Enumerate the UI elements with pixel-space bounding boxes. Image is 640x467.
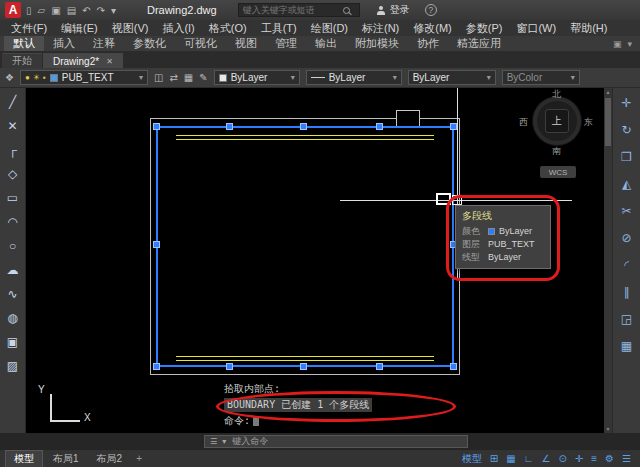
file-tab-drawing2[interactable]: Drawing2* ✕ (43, 53, 123, 68)
grip[interactable] (450, 363, 457, 370)
grip[interactable] (226, 123, 233, 130)
chevron-down-icon[interactable]: ▾ (291, 73, 295, 82)
menu-item[interactable]: 视图(V) (105, 21, 156, 36)
ribbon-tab[interactable]: 视图 (226, 36, 266, 51)
ortho-mode-toggle[interactable]: ∟ (524, 453, 534, 464)
trim-tool-icon[interactable]: ✂ (617, 201, 637, 221)
ribbon-tab[interactable]: 管理 (266, 36, 306, 51)
new-file-icon[interactable]: ▯ (26, 5, 32, 16)
dynamic-input-toggle[interactable]: ✛ (575, 453, 583, 464)
menu-item[interactable]: 帮助(H) (563, 21, 614, 36)
lineweight-dropdown[interactable]: ByLayer ▾ (408, 70, 496, 85)
menu-item[interactable]: 标注(N) (355, 21, 406, 36)
menu-item[interactable]: 格式(O) (202, 21, 254, 36)
layers-panel-icon[interactable]: ❖ (5, 72, 14, 83)
menu-item[interactable]: 窗口(W) (509, 21, 563, 36)
menu-item[interactable]: 绘图(D) (304, 21, 355, 36)
chevron-down-icon[interactable]: ▾ (139, 73, 143, 82)
ribbon-tab[interactable]: 注释 (84, 36, 124, 51)
layer-lock-icon[interactable]: ▪ (43, 74, 46, 82)
qat-dropdown-icon[interactable]: ▾ (111, 5, 116, 16)
ribbon-tab[interactable]: 默认 (4, 36, 44, 51)
rotate-tool-icon[interactable]: ↻ (617, 120, 637, 140)
layer-dropdown[interactable]: ●☀▪ PUB_TEXT ▾ (20, 70, 148, 85)
circle-tool-icon[interactable]: ○ (3, 236, 23, 256)
lineweight-display-toggle[interactable]: ≡ (591, 453, 597, 464)
construction-line-tool-icon[interactable]: ✕ (3, 116, 23, 136)
selected-polyline-boundary[interactable] (156, 126, 454, 367)
help-icon[interactable]: ? (425, 4, 437, 16)
viewcube-south-label[interactable]: 南 (552, 145, 561, 158)
grip[interactable] (376, 123, 383, 130)
menu-item[interactable]: 文件(F) (4, 21, 54, 36)
vertical-scrollbar[interactable]: ▲ ▼ (604, 88, 612, 433)
plot-style-dropdown[interactable]: ByColor ▾ (502, 70, 580, 85)
grip[interactable] (376, 363, 383, 370)
snap-mode-toggle[interactable]: ▦ (506, 453, 515, 464)
rectangle-tool-icon[interactable]: ▭ (3, 188, 23, 208)
wcs-menu[interactable]: WCS (540, 166, 576, 178)
polyline-tool-icon[interactable]: ┌ (3, 140, 23, 160)
viewcube-west-label[interactable]: 西 (519, 116, 528, 129)
command-customize-icon[interactable]: ▾ (222, 437, 226, 446)
ribbon-tab[interactable]: 插入 (44, 36, 84, 51)
polar-tracking-toggle[interactable]: ∠ (541, 453, 550, 464)
drawing-canvas[interactable]: 多段线 颜色 ByLayer 图层 PUB_TEXT 线型 ByLayer 上 … (26, 88, 604, 433)
search-input[interactable] (243, 5, 339, 15)
grip[interactable] (153, 363, 160, 370)
scroll-up-icon[interactable]: ▲ (604, 89, 612, 95)
make-current-icon[interactable]: ✎ (199, 72, 207, 83)
array-tool-icon[interactable]: ▦ (617, 336, 637, 356)
arc-tool-icon[interactable]: ◠ (3, 212, 23, 232)
insert-block-tool-icon[interactable]: ▣ (3, 332, 23, 352)
menu-item[interactable]: 参数(P) (459, 21, 510, 36)
ribbon-state-icon[interactable]: ▣ (613, 39, 622, 49)
app-logo[interactable]: A (5, 2, 21, 18)
print-icon[interactable]: ▤ (67, 5, 76, 16)
scale-tool-icon[interactable]: ◲ (617, 309, 637, 329)
chevron-down-icon[interactable]: ▾ (393, 73, 397, 82)
layer-isolate-icon[interactable]: ▦ (184, 72, 193, 83)
file-tab-start[interactable]: 开始 (2, 53, 42, 68)
search-icon[interactable] (343, 7, 350, 14)
ribbon-tab[interactable]: 可视化 (175, 36, 226, 51)
chevron-down-icon[interactable]: ▾ (487, 73, 491, 82)
revision-cloud-tool-icon[interactable]: ☁ (3, 260, 23, 280)
erase-tool-icon[interactable]: ⊘ (617, 228, 637, 248)
model-space-toggle[interactable]: 模型 (462, 452, 482, 466)
command-input-bar[interactable]: ☰▾ 键入命令 (204, 435, 468, 448)
layout-tab[interactable]: 布局1 (45, 451, 87, 467)
move-tool-icon[interactable]: ✛ (617, 93, 637, 113)
menu-item[interactable]: 修改(M) (406, 21, 459, 36)
fillet-tool-icon[interactable]: ◜ (617, 255, 637, 275)
undo-icon[interactable]: ↶ (82, 5, 90, 16)
layer-on-bulb-icon[interactable]: ● (25, 74, 30, 82)
menu-item[interactable]: 工具(T) (254, 21, 304, 36)
copy-tool-icon[interactable]: ❐ (617, 147, 637, 167)
workspace-switching-menu[interactable]: ⚙ (605, 453, 614, 464)
layer-states-icon[interactable]: ◫ (154, 72, 163, 83)
linetype-dropdown[interactable]: ByLayer ▾ (306, 70, 402, 85)
ribbon-tab[interactable]: 输出 (306, 36, 346, 51)
layout-tab[interactable]: 模型 (5, 450, 43, 467)
ribbon-tab[interactable]: 精选应用 (448, 36, 510, 51)
ribbon-tab[interactable]: 参数化 (124, 36, 175, 51)
spline-tool-icon[interactable]: ∿ (3, 284, 23, 304)
mirror-tool-icon[interactable]: ◭ (617, 174, 637, 194)
ribbon-collapse-icon[interactable]: ▾ (627, 39, 632, 49)
menu-item[interactable]: 编辑(E) (54, 21, 105, 36)
line-tool-icon[interactable]: ╱ (3, 92, 23, 112)
grip[interactable] (153, 123, 160, 130)
layer-match-icon[interactable]: ⇄ (169, 72, 177, 83)
ribbon-tab[interactable]: 附加模块 (346, 36, 408, 51)
color-dropdown[interactable]: ByLayer ▾ (214, 70, 300, 85)
new-layout-button[interactable]: + (132, 453, 146, 464)
hatch-tool-icon[interactable]: ▨ (3, 356, 23, 376)
close-tab-icon[interactable]: ✕ (106, 57, 113, 66)
viewcube-north-label[interactable]: 北 (552, 88, 561, 101)
layout-tab[interactable]: 布局2 (89, 451, 131, 467)
grip[interactable] (300, 363, 307, 370)
grip[interactable] (300, 123, 307, 130)
grip[interactable] (153, 241, 160, 248)
viewcube-east-label[interactable]: 东 (584, 116, 593, 129)
